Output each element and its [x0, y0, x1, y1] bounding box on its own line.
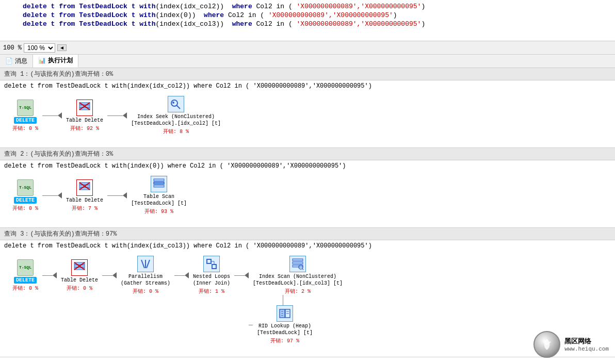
q2-arrow-1 [58, 192, 62, 198]
zoom-dropdown[interactable]: 100 % 75 % 150 % [24, 43, 55, 53]
rid-lookup-icon [277, 305, 293, 322]
parallelism-icon [137, 256, 154, 272]
tsql-icon: T-SQL [17, 100, 34, 116]
plan-icon: 📊 [38, 57, 46, 64]
svg-rect-13 [154, 179, 164, 181]
svg-rect-15 [154, 185, 164, 187]
table-delete-icon [76, 100, 93, 116]
delete-badge: DELETE [14, 117, 37, 124]
tab-messages[interactable]: 📄 消息 [0, 55, 33, 68]
index-seek-icon [168, 96, 184, 112]
svg-line-6 [177, 106, 181, 109]
q3-c4 [234, 272, 249, 278]
svg-rect-26 [212, 264, 216, 269]
sql-line-1: delete t from TestDeadLock t with(index(… [0, 2, 615, 11]
tab-messages-label: 消息 [15, 57, 27, 65]
q2-arrow-2 [123, 192, 127, 198]
q2-table-scan-cost: 开销: 93 % [144, 208, 173, 215]
q3-parallelism-node: Parallelism(Gather Streams) 开销: 0 % [121, 256, 170, 295]
query-2-header: 查询 2：(与该批有关的)查询开销：3% [0, 148, 615, 160]
hline-2 [107, 115, 123, 116]
q3-table-delete-cost: 开销: 0 % [67, 285, 92, 292]
q2-table-delete-node: Table Delete 开销: 7 % [66, 179, 103, 212]
q3-parallelism-label: Parallelism(Gather Streams) [121, 273, 170, 287]
query-3-plan: T-SQL DELETE 开销: 0 % [0, 252, 615, 353]
watermark-site: 黑区网络 [564, 337, 609, 346]
q2-table-scan-label: Table Scan[TestDeadLock] [t] [131, 193, 187, 207]
q2-table-delete-label: Table Delete [66, 197, 103, 204]
nested-loops-icon [203, 256, 220, 272]
q3-rid-lookup-label: RID Lookup (Heap)[TestDeadLock] [t] [257, 323, 313, 336]
query-2-section: 查询 2：(与该批有关的)查询开销：3% delete t from TestD… [0, 148, 615, 228]
query-3-sql: delete t from TestDeadLock t with(index(… [0, 240, 615, 252]
q3-index-scan-label: Index Scan (NonClustered)[TestDeadLock].… [253, 273, 343, 287]
q2-table-delete-icon [76, 179, 93, 196]
query-1-plan: T-SQL DELETE 开销: 0 % [0, 92, 615, 143]
toolbar: 100 % 100 % 75 % 150 % ◄ [0, 41, 615, 55]
q3-rid-lookup-node: RID Lookup (Heap)[TestDeadLock] [t] 开销: … [257, 305, 313, 344]
tabs-row: 📄 消息 📊 执行计划 [0, 55, 615, 68]
q3-delete-cost: 开销: 0 % [12, 285, 38, 292]
q3-c2 [102, 272, 117, 278]
tab-execution-plan[interactable]: 📊 执行计划 [33, 55, 78, 68]
q1-table-delete-node: Table Delete 开销: 92 % [66, 100, 103, 132]
q2-delete-cost: 开销: 0 % [12, 205, 38, 212]
q3-tsql-icon: T-SQL [17, 259, 34, 276]
q1-delete-node: T-SQL DELETE 开销: 0 % [12, 100, 38, 132]
query-1-nodes: T-SQL DELETE 开销: 0 % [8, 96, 607, 135]
q1-index-seek-node: Index Seek (NonClustered)[TestDeadLock].… [131, 96, 221, 135]
query-2-nodes: T-SQL DELETE 开销: 0 % [8, 176, 607, 215]
q3-c3 [174, 272, 189, 278]
connector-1 [42, 112, 62, 119]
q2-hline-2 [107, 195, 123, 196]
index-scan-icon [289, 256, 306, 272]
q2-delete-node: T-SQL DELETE 开销: 0 % [12, 179, 38, 212]
message-icon: 📄 [5, 57, 13, 65]
svg-rect-25 [207, 259, 211, 263]
q1-table-delete-cost: 开销: 92 % [70, 125, 99, 132]
query-2-plan: T-SQL DELETE 开销: 0 % [0, 172, 615, 223]
q2-delete-badge: DELETE [14, 197, 37, 204]
svg-rect-29 [293, 259, 303, 261]
q3-index-scan-node: Index Scan (NonClustered)[TestDeadLock].… [253, 256, 343, 295]
arrow-2 [123, 112, 127, 119]
sql-line-3: delete t from TestDeadLock t with(index(… [0, 20, 615, 28]
svg-line-24 [147, 260, 150, 268]
zoom-level: 100 % [3, 44, 22, 52]
q2-hline-1 [42, 195, 58, 196]
watermark: 黑区网络 www.heiqu.com [533, 331, 609, 358]
query-3-section: 查询 3：(与该批有关的)查询开销：97% delete t from Test… [0, 228, 615, 357]
watermark-logo [533, 331, 560, 358]
svg-line-22 [141, 260, 144, 268]
sql-line-2: delete t from TestDeadLock t with(index(… [0, 11, 615, 20]
connector-2 [107, 112, 127, 119]
sql-editor: delete t from TestDeadLock t with(index(… [0, 0, 615, 41]
watermark-url: www.heiqu.com [564, 346, 609, 352]
hline-1 [42, 115, 58, 116]
arrow-1 [58, 112, 62, 119]
q1-index-seek-label: Index Seek (NonClustered)[TestDeadLock].… [131, 113, 221, 127]
query-1-sql: delete t from TestDeadLock t with(index(… [0, 80, 615, 92]
q3-nested-loops-label: Nested Loops(Inner Join) [193, 273, 230, 287]
q3-table-delete-node: Table Delete 开销: 0 % [61, 259, 98, 292]
q2-table-scan-icon [151, 176, 167, 192]
scroll-left-button[interactable]: ◄ [57, 44, 67, 51]
vline-q3 [283, 295, 283, 305]
q3-nested-loops-node: Nested Loops(Inner Join) 开销: 1 % [193, 256, 230, 295]
q2-table-delete-cost: 开销: 7 % [72, 205, 98, 212]
svg-rect-16 [154, 182, 164, 184]
svg-line-33 [302, 269, 303, 270]
q3-c1 [42, 272, 57, 278]
q1-index-seek-cost: 开销: 8 % [163, 128, 189, 135]
q3-parallelism-cost: 开销: 0 % [133, 288, 158, 295]
q3-rid-lookup-cost: 开销: 97 % [270, 337, 299, 344]
q2-connector-1 [42, 192, 62, 198]
q2-tsql-icon: T-SQL [17, 179, 34, 196]
q3-table-delete-icon [71, 259, 88, 276]
tab-execution-plan-label: 执行计划 [48, 56, 73, 65]
q3-table-delete-label: Table Delete [61, 277, 98, 284]
svg-point-7 [172, 102, 174, 104]
q1-delete-cost: 开销: 0 % [12, 125, 38, 132]
q1-table-delete-label: Table Delete [66, 117, 103, 124]
svg-point-5 [171, 100, 177, 106]
